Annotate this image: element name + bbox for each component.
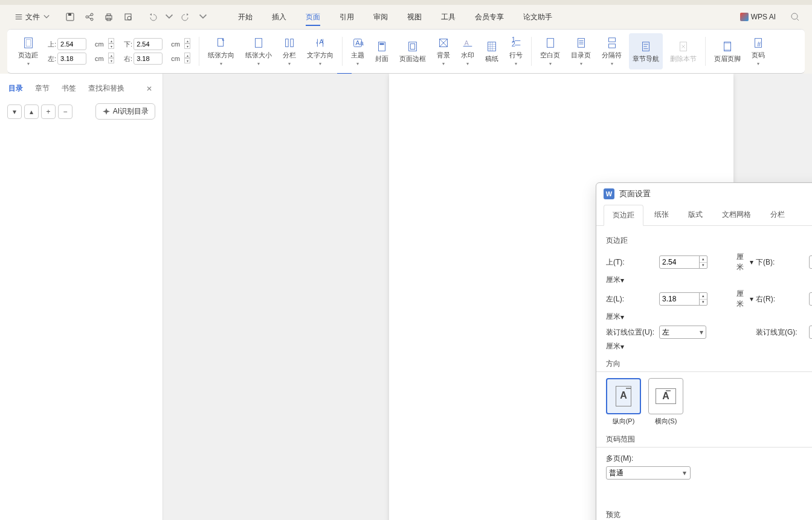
svg-text:Aa: Aa <box>355 39 364 47</box>
svg-rect-37 <box>724 49 731 51</box>
dialog-titlebar[interactable]: W 页面设置 ✕ <box>596 183 812 205</box>
dlg-gutter-unit[interactable]: 厘米▾ <box>606 341 657 351</box>
margin-right-input[interactable] <box>134 53 163 65</box>
dlg-top-spinner[interactable]: ▴▾ <box>699 255 707 269</box>
svg-rect-23 <box>410 43 414 49</box>
margin-left-input[interactable] <box>57 53 86 65</box>
dlg-top-unit[interactable]: 厘米▾ <box>736 252 753 272</box>
dialog-tab-columns[interactable]: 分栏 <box>762 205 793 225</box>
wps-ai-button[interactable]: WPS AI <box>740 13 776 21</box>
sidebar-tab-findreplace[interactable]: 查找和替换 <box>87 81 126 96</box>
dlg-bottom-input[interactable] <box>809 255 812 269</box>
margin-bottom-spinner[interactable]: ▴▾ <box>184 38 192 50</box>
dlg-bottom-unit[interactable]: 厘米▾ <box>606 275 657 285</box>
tab-page[interactable]: 页面 <box>297 7 329 27</box>
tab-tools[interactable]: 工具 <box>433 7 464 27</box>
document-canvas[interactable]: W 页面设置 ✕ 页边距 纸张 版式 文档网格 分栏 页边距 上(T): ▴▾ … <box>163 74 812 520</box>
dlg-gutter-width-label: 装订线宽(G): <box>756 327 807 338</box>
tab-insert[interactable]: 插入 <box>263 7 295 27</box>
header-footer-button[interactable]: 页眉页脚 <box>710 33 744 69</box>
undo-button[interactable] <box>145 10 160 24</box>
wps-ai-icon <box>740 13 749 21</box>
svg-rect-22 <box>409 42 417 51</box>
save-button[interactable] <box>63 10 77 24</box>
tab-reference[interactable]: 引用 <box>331 7 362 27</box>
tab-member[interactable]: 会员专享 <box>466 7 512 27</box>
portrait-button[interactable]: A <box>606 378 641 414</box>
chevron-down-icon <box>42 13 51 21</box>
margin-right-spinner[interactable]: ▴▾ <box>184 53 192 65</box>
tab-thesis-helper[interactable]: 论文助手 <box>515 7 561 27</box>
dialog-tab-grid[interactable]: 文档网格 <box>714 205 759 225</box>
ai-detect-toc-button[interactable]: AI识别目录 <box>95 103 155 120</box>
theme-button[interactable]: Aa主题 <box>347 33 368 69</box>
print-preview-button[interactable] <box>121 10 135 24</box>
nav-add-button[interactable]: + <box>41 104 56 119</box>
blank-page-button[interactable]: 空白页 <box>536 33 564 69</box>
text-direction-button[interactable]: A文字方向 <box>303 33 337 69</box>
dlg-left-input[interactable] <box>659 292 701 306</box>
dialog-tab-margins[interactable]: 页边距 <box>604 205 643 226</box>
margin-top-input[interactable] <box>57 38 86 50</box>
sidebar-tab-toc[interactable]: 目录 <box>7 81 24 96</box>
redo-button[interactable] <box>179 10 193 24</box>
margin-top-label: 上: <box>48 40 56 49</box>
toc-page-button[interactable]: 目录页 <box>567 33 594 69</box>
share-button[interactable] <box>82 10 97 24</box>
redo-dropdown[interactable] <box>196 10 210 24</box>
margin-left-spinner[interactable]: ▴▾ <box>108 53 115 65</box>
nav-remove-button[interactable]: − <box>58 104 72 119</box>
sidebar-tab-bookmarks[interactable]: 书签 <box>60 81 77 96</box>
margin-bottom-input[interactable] <box>134 38 163 50</box>
svg-rect-30 <box>578 39 584 48</box>
dialog-tab-paper[interactable]: 纸张 <box>646 205 677 225</box>
page-number-button[interactable]: #页码 <box>748 33 768 69</box>
dlg-top-label: 上(T): <box>606 257 657 268</box>
navigation-sidebar: 目录 章节 书签 查找和替换 ✕ ▾ ▴ + − AI识别目录 <box>0 74 163 520</box>
preview-section-header: 预览 <box>606 510 812 520</box>
tab-review[interactable]: 审阅 <box>365 7 396 27</box>
dlg-left-unit[interactable]: 厘米▾ <box>736 289 753 309</box>
page-margins-button[interactable]: 页边距 <box>14 33 42 69</box>
sidebar-close-button[interactable]: ✕ <box>143 83 155 95</box>
svg-rect-12 <box>26 40 30 47</box>
separator-button[interactable]: 分隔符 <box>598 33 625 69</box>
tab-view[interactable]: 视图 <box>399 7 430 27</box>
nav-up-button[interactable]: ▴ <box>24 104 39 119</box>
watermark-button[interactable]: A水印 <box>457 33 478 69</box>
print-button[interactable] <box>102 10 116 24</box>
orientation-button[interactable]: 纸张方向 <box>204 33 238 69</box>
page-border-button[interactable]: 页面边框 <box>396 33 430 69</box>
dlg-gutter-width-input[interactable] <box>809 326 812 339</box>
margin-top-spinner[interactable]: ▴▾ <box>108 38 115 50</box>
landscape-button[interactable]: A <box>648 378 683 414</box>
svg-rect-1 <box>68 13 71 16</box>
quick-access-toolbar <box>63 10 135 24</box>
dlg-left-spinner[interactable]: ▴▾ <box>699 292 707 306</box>
file-menu-button[interactable]: 文件 <box>10 10 56 25</box>
nav-down-button[interactable]: ▾ <box>7 104 22 119</box>
dlg-right-unit[interactable]: 厘米▾ <box>606 312 657 322</box>
tab-start[interactable]: 开始 <box>230 7 261 27</box>
undo-dropdown[interactable] <box>162 10 176 24</box>
sidebar-tab-chapters[interactable]: 章节 <box>34 81 51 96</box>
chapter-nav-button[interactable]: 章节导航 <box>629 33 663 69</box>
margin-inputs-top-left: 上: cm ▴▾ 左: cm ▴▾ <box>48 38 118 65</box>
dlg-top-input[interactable] <box>659 255 701 269</box>
svg-text:A: A <box>465 39 469 47</box>
background-button[interactable]: 背景 <box>433 33 454 69</box>
svg-rect-21 <box>379 43 384 45</box>
dialog-tab-layout[interactable]: 版式 <box>680 205 711 225</box>
paper-size-button[interactable]: 纸张大小 <box>242 33 276 69</box>
manuscript-button[interactable]: 稿纸 <box>482 33 502 69</box>
svg-text:A: A <box>319 38 324 45</box>
dlg-gutter-pos-combo[interactable]: 左 <box>659 326 706 339</box>
cover-button[interactable]: 封面 <box>372 33 392 69</box>
svg-text:#: # <box>757 40 761 48</box>
multi-page-combo[interactable]: 普通 <box>606 466 691 480</box>
search-button[interactable] <box>788 10 802 24</box>
line-number-button[interactable]: 12行号 <box>506 33 526 69</box>
dlg-right-input[interactable] <box>809 292 812 306</box>
dlg-bottom-label: 下(B): <box>756 257 807 268</box>
columns-button[interactable]: 分栏 <box>279 33 300 69</box>
